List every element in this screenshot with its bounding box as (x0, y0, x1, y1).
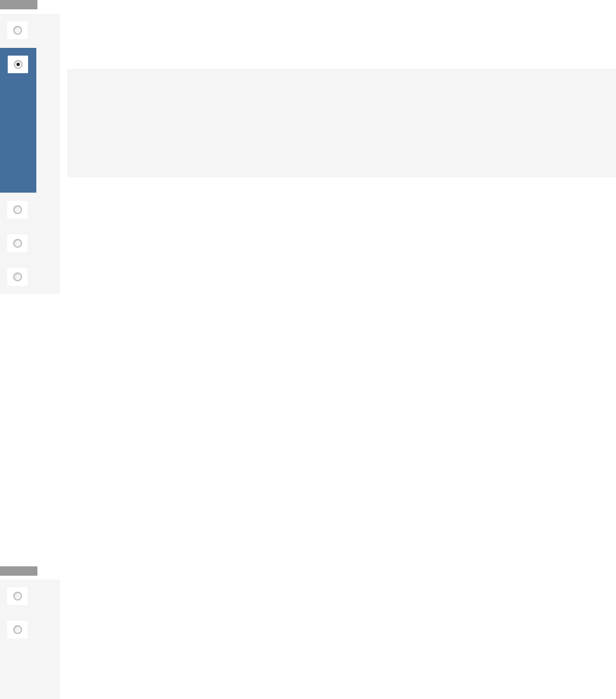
top-divider-bar (0, 0, 37, 9)
radio-icon (13, 592, 22, 600)
sidebar-option-3[interactable] (7, 201, 28, 219)
sidebar2-option-1[interactable] (7, 587, 28, 605)
radio-icon-checked (14, 60, 23, 69)
sidebar-option-4[interactable] (7, 234, 28, 252)
radio-box[interactable] (7, 201, 28, 219)
radio-box[interactable] (7, 587, 28, 605)
radio-box[interactable] (7, 21, 28, 39)
radio-icon (13, 205, 22, 214)
sidebar-panel-1 (0, 14, 60, 294)
sidebar-panel-2 (0, 580, 60, 699)
sidebar-option-5[interactable] (7, 268, 28, 286)
radio-icon (13, 26, 22, 35)
sidebar2-option-2[interactable] (7, 621, 28, 638)
radio-icon (13, 239, 22, 248)
radio-box[interactable] (8, 56, 28, 73)
radio-icon (13, 625, 22, 634)
mid-divider-bar (0, 566, 37, 576)
radio-box[interactable] (7, 234, 28, 252)
main-content-panel (67, 69, 616, 177)
radio-box[interactable] (7, 268, 28, 286)
sidebar-option-2-selected[interactable] (0, 48, 36, 193)
sidebar-option-1[interactable] (7, 21, 60, 39)
radio-box[interactable] (7, 621, 28, 638)
radio-icon (13, 272, 22, 281)
